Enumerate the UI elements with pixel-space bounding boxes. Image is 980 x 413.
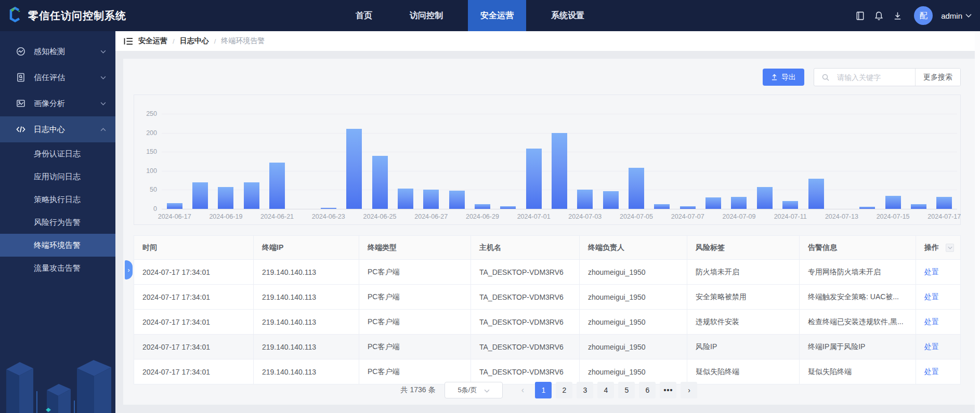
y-tick-label: 0 — [136, 205, 157, 212]
sidebar-item-1[interactable]: 感知检测 — [0, 38, 115, 64]
sidebar: 感知检测信任评估画像分析日志中心身份认证日志应用访问日志策略执行日志风险行为告警… — [0, 31, 115, 413]
sidebar-subitem-终端环境告警[interactable]: 终端环境告警 — [0, 234, 115, 257]
page-button-1[interactable]: 1 — [535, 382, 552, 398]
x-tick-label: 2024-06-19 — [202, 213, 249, 220]
table-header-row: 时间终端IP终端类型主机名终端负责人风险标签告警信息操作 — [134, 236, 960, 260]
page-button-2[interactable]: 2 — [556, 382, 572, 398]
cell-主机名: TA_DESKTOP-VDM3RV6 — [471, 285, 580, 309]
bell-icon[interactable] — [873, 10, 884, 21]
page-button-3[interactable]: 3 — [577, 382, 593, 398]
bar-2024-07-17 — [936, 197, 952, 209]
alerts-table: 时间终端IP终端类型主机名终端负责人风险标签告警信息操作2024-07-17 1… — [134, 235, 961, 384]
sidebar-subitem-策略执行日志[interactable]: 策略执行日志 — [0, 188, 115, 211]
table-row: 2024-07-17 17:34:01219.140.140.113PC客户端T… — [134, 359, 960, 384]
content-panel: 导出 更多搜索 2502001501005002024-06-172024-06… — [123, 59, 975, 405]
cell-终端负责人: zhoumeigui_1950 — [580, 335, 687, 359]
page-button-4[interactable]: 4 — [597, 382, 614, 398]
bar-2024-06-25 — [372, 156, 388, 209]
sidebar-subitem-身份认证日志[interactable]: 身份认证日志 — [0, 142, 115, 165]
avatar[interactable]: 配 — [914, 6, 933, 25]
bar-2024-07-11 — [782, 201, 798, 209]
nav-item-4[interactable]: 系统设置 — [539, 0, 597, 31]
cell-告警信息: 疑似失陷终端 — [800, 359, 916, 384]
x-tick-label: 2024-07-13 — [818, 213, 865, 220]
drawer-expand-handle[interactable]: › — [125, 260, 133, 279]
page-size-select[interactable]: 5条/页 — [445, 382, 503, 398]
bar-2024-07-09 — [731, 197, 747, 209]
breadcrumb-item-current: 终端环境告警 — [221, 36, 265, 46]
more-search-button[interactable]: 更多搜索 — [915, 69, 960, 86]
cell-终端IP: 219.140.140.113 — [254, 335, 359, 359]
breadcrumb-item-2[interactable]: 日志中心 — [180, 36, 209, 46]
sidebar-item-label: 画像分析 — [34, 99, 100, 109]
bar-2024-06-20 — [244, 182, 259, 209]
sidebar-subitem-流量攻击告警[interactable]: 流量攻击告警 — [0, 257, 115, 279]
search-input[interactable] — [837, 69, 915, 86]
cell-风险标签: 安全策略被禁用 — [687, 285, 800, 309]
page-button-6[interactable]: 6 — [639, 382, 656, 398]
handle-link[interactable]: 处置 — [924, 268, 939, 277]
journal-icon[interactable] — [855, 10, 865, 21]
download-icon[interactable] — [892, 10, 903, 21]
sidebar-menu: 感知检测信任评估画像分析日志中心身份认证日志应用访问日志策略执行日志风险行为告警… — [0, 31, 115, 279]
cell-终端负责人: zhoumeigui_1950 — [580, 260, 687, 284]
column-header-风险标签: 风险标签 — [687, 236, 800, 259]
sidebar-item-2[interactable]: 信任评估 — [0, 64, 115, 90]
sidebar-subitem-应用访问日志[interactable]: 应用访问日志 — [0, 165, 115, 188]
bar-2024-07-10 — [757, 187, 773, 209]
admin-menu[interactable]: admin — [941, 11, 972, 20]
app-title: 零信任访问控制系统 — [28, 9, 126, 23]
x-tick-label: 2024-07-17 — [921, 213, 968, 220]
menu-fold-icon[interactable] — [124, 37, 133, 45]
bar-2024-06-26 — [398, 189, 413, 209]
scrollbar-track[interactable] — [975, 31, 980, 413]
column-header-终端类型: 终端类型 — [359, 236, 471, 259]
page-button-5[interactable]: 5 — [618, 382, 635, 398]
table-row: 2024-07-17 17:34:01219.140.140.113PC客户端T… — [134, 260, 960, 285]
handle-link[interactable]: 处置 — [924, 292, 939, 302]
sidebar-item-3[interactable]: 画像分析 — [0, 90, 115, 116]
bar-2024-07-02 — [552, 133, 567, 209]
nav-item-3[interactable]: 安全运营 — [468, 0, 526, 31]
chevron-down-icon — [100, 76, 106, 79]
y-tick-label: 200 — [136, 129, 157, 137]
column-settings-icon[interactable] — [946, 244, 954, 252]
table-row: 2024-07-17 17:34:01219.140.140.113PC客户端T… — [134, 335, 960, 359]
cell-风险标签: 防火墙未开启 — [687, 260, 800, 284]
nav-item-1[interactable]: 首页 — [343, 0, 385, 31]
bar-2024-06-30 — [500, 206, 516, 209]
pagination: 共 1736 条5条/页‹123456•••› — [123, 382, 975, 398]
cell-时间: 2024-07-17 17:34:01 — [134, 335, 254, 359]
bar-2024-06-24 — [346, 129, 362, 209]
handle-link[interactable]: 处置 — [924, 367, 939, 377]
sidebar-subitem-风险行为告警[interactable]: 风险行为告警 — [0, 211, 115, 234]
export-button[interactable]: 导出 — [763, 69, 804, 86]
breadcrumb-item-1[interactable]: 安全运营 — [138, 36, 167, 46]
column-header-时间: 时间 — [134, 236, 254, 259]
cell-时间: 2024-07-17 17:34:01 — [134, 285, 254, 309]
handle-link[interactable]: 处置 — [924, 317, 939, 327]
table-row: 2024-07-17 17:34:01219.140.140.113PC客户端T… — [134, 285, 960, 310]
bar-2024-06-19 — [218, 187, 233, 209]
nav-item-2[interactable]: 访问控制 — [397, 0, 455, 31]
next-page-button[interactable]: › — [681, 382, 697, 398]
cell-告警信息: 终端触发安全策略: UAC被... — [800, 285, 916, 309]
sidebar-item-4[interactable]: 日志中心 — [0, 116, 115, 142]
y-tick-label: 50 — [136, 186, 157, 193]
alerts-bar-chart: 2502001501005002024-06-172024-06-192024-… — [134, 95, 961, 225]
cell-主机名: TA_DESKTOP-VDM3RV6 — [471, 335, 580, 359]
logo-icon — [7, 7, 23, 24]
prev-page-button[interactable]: ‹ — [514, 382, 531, 398]
more-pages-button[interactable]: ••• — [660, 382, 676, 398]
bar-2024-07-04 — [603, 191, 619, 209]
bar-2024-07-15 — [885, 196, 901, 209]
cell-终端类型: PC客户端 — [359, 310, 471, 334]
cell-终端IP: 219.140.140.113 — [254, 285, 359, 309]
search-group: 更多搜索 — [814, 68, 961, 86]
handle-link[interactable]: 处置 — [924, 342, 939, 352]
bar-2024-07-12 — [808, 179, 824, 209]
bar-2024-07-08 — [705, 197, 721, 209]
cell-终端IP: 219.140.140.113 — [254, 260, 359, 284]
city-decoration — [0, 325, 115, 413]
cell-终端类型: PC客户端 — [359, 335, 471, 359]
